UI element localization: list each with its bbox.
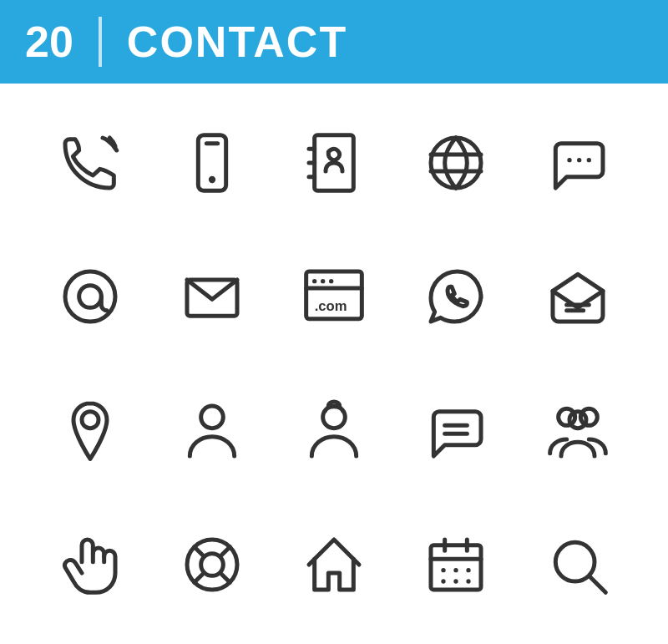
svg-point-7 <box>431 138 481 188</box>
svg-point-31 <box>569 411 586 428</box>
header-divider <box>99 17 102 67</box>
svg-point-33 <box>201 554 224 576</box>
svg-point-45 <box>441 579 445 583</box>
svg-point-47 <box>466 579 470 583</box>
phone-call-icon <box>33 100 147 226</box>
svg-line-36 <box>222 575 230 583</box>
svg-point-13 <box>65 271 115 322</box>
touch-icon <box>33 502 147 627</box>
svg-line-34 <box>195 547 203 555</box>
svg-line-37 <box>195 575 203 583</box>
envelope-icon <box>155 234 269 359</box>
header-title: CONTACT <box>127 20 347 63</box>
icons-grid: .com <box>0 84 668 644</box>
svg-point-12 <box>587 158 591 162</box>
svg-line-49 <box>590 577 605 592</box>
female-user-icon <box>277 368 391 494</box>
search-icon <box>521 502 635 627</box>
svg-point-46 <box>453 579 458 583</box>
open-mail-icon <box>521 234 635 359</box>
svg-point-19 <box>329 279 333 283</box>
svg-point-10 <box>567 158 571 162</box>
svg-point-48 <box>555 542 595 581</box>
svg-point-42 <box>441 568 445 572</box>
calendar-icon <box>399 502 513 627</box>
globe-icon <box>399 100 513 226</box>
svg-point-24 <box>82 411 99 428</box>
svg-point-43 <box>453 568 458 572</box>
address-book-icon <box>277 100 391 226</box>
svg-point-14 <box>79 286 102 308</box>
home-icon <box>277 502 391 627</box>
svg-line-35 <box>222 547 230 555</box>
whatsapp-icon <box>399 234 513 359</box>
message-icon <box>399 368 513 494</box>
svg-point-2 <box>210 178 213 180</box>
header: 20 CONTACT <box>0 0 668 84</box>
smartphone-icon <box>155 100 269 226</box>
svg-point-18 <box>321 279 325 283</box>
chat-bubbles-icon <box>521 100 635 226</box>
svg-point-11 <box>577 158 581 162</box>
domain-icon: .com <box>277 234 391 359</box>
male-user-icon <box>155 368 269 494</box>
group-icon <box>521 368 635 494</box>
svg-point-44 <box>466 568 470 572</box>
svg-text:.com: .com <box>315 298 347 314</box>
svg-point-25 <box>201 406 224 428</box>
location-pin-icon <box>33 368 147 494</box>
at-symbol-icon <box>33 234 147 359</box>
header-number: 20 <box>25 20 73 63</box>
svg-point-17 <box>312 279 316 283</box>
lifebuoy-icon <box>155 502 269 627</box>
